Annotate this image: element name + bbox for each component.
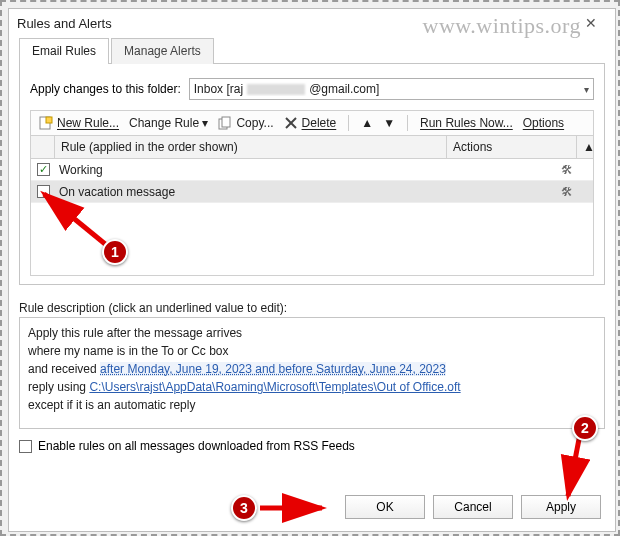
annotation-badge-2: 2: [572, 415, 598, 441]
cancel-button[interactable]: Cancel: [433, 495, 513, 519]
annotation-badge-3: 3: [231, 495, 257, 521]
tab-email-rules[interactable]: Email Rules: [19, 38, 109, 64]
separator: [407, 115, 408, 131]
folder-label: Apply changes to this folder:: [30, 82, 181, 96]
header-actions-col[interactable]: Actions: [447, 136, 577, 158]
move-up-button[interactable]: ▲: [361, 116, 373, 130]
desc-line: Apply this rule after the message arrive…: [28, 324, 596, 342]
rule-action-icon: 🛠: [447, 185, 577, 199]
new-rule-icon: [39, 116, 53, 130]
table-row[interactable]: On vacation message 🛠: [31, 181, 593, 203]
options-button[interactable]: Options: [523, 116, 564, 130]
delete-icon: [284, 116, 298, 130]
folder-value: Inbox [raj@gmail.com]: [194, 82, 584, 96]
copy-icon: [218, 116, 232, 130]
move-down-button[interactable]: ▼: [383, 116, 395, 130]
desc-line: except if it is an automatic reply: [28, 396, 596, 414]
change-rule-button[interactable]: Change Rule ▾: [129, 116, 208, 130]
apply-button[interactable]: Apply: [521, 495, 601, 519]
header-scroll-col: ▲: [577, 136, 593, 158]
copy-rule-button[interactable]: Copy...: [218, 116, 273, 130]
table-row[interactable]: ✓ Working 🛠: [31, 159, 593, 181]
chevron-down-icon[interactable]: ▾: [584, 84, 589, 95]
separator: [348, 115, 349, 131]
tab-manage-alerts[interactable]: Manage Alerts: [111, 38, 214, 64]
svg-rect-3: [222, 117, 230, 127]
desc-line: reply using C:\Users\rajst\AppData\Roami…: [28, 378, 596, 396]
redaction-blur: [247, 84, 305, 95]
rule-name: On vacation message: [55, 185, 447, 199]
folder-row: Apply changes to this folder: Inbox [raj…: [30, 78, 594, 100]
rule-checkbox[interactable]: [37, 185, 50, 198]
grid-header: Rule (applied in the order shown) Action…: [31, 136, 593, 159]
titlebar: Rules and Alerts ✕: [9, 9, 615, 37]
tabs: Email Rules Manage Alerts: [9, 37, 615, 63]
rules-dialog: Rules and Alerts ✕ www.wintips.org Email…: [8, 8, 616, 532]
close-icon[interactable]: ✕: [575, 15, 607, 31]
svg-rect-1: [46, 117, 52, 123]
header-rule-col[interactable]: Rule (applied in the order shown): [55, 136, 447, 158]
template-path-link[interactable]: C:\Users\rajst\AppData\Roaming\Microsoft…: [89, 380, 460, 394]
new-rule-button[interactable]: New Rule...: [39, 116, 119, 130]
desc-line: where my name is in the To or Cc box: [28, 342, 596, 360]
rule-name: Working: [55, 163, 447, 177]
rss-row: Enable rules on all messages downloaded …: [19, 439, 605, 453]
annotation-badge-1: 1: [102, 239, 128, 265]
delete-rule-button[interactable]: Delete: [284, 116, 337, 130]
description-box: Apply this rule after the message arrive…: [19, 317, 605, 429]
rule-toolbar: New Rule... Change Rule ▾ Copy... Delete…: [30, 110, 594, 136]
window-title: Rules and Alerts: [17, 16, 575, 31]
desc-line: and received after Monday, June 19, 2023…: [28, 360, 596, 378]
date-range-link[interactable]: after Monday, June 19, 2023 and before S…: [100, 362, 446, 376]
ok-button[interactable]: OK: [345, 495, 425, 519]
rss-checkbox[interactable]: [19, 440, 32, 453]
rule-action-icon: 🛠: [447, 163, 577, 177]
header-checkbox-col: [31, 136, 55, 158]
dialog-buttons: OK Cancel Apply: [9, 481, 615, 531]
rss-label: Enable rules on all messages downloaded …: [38, 439, 355, 453]
description-label: Rule description (click an underlined va…: [19, 301, 605, 315]
folder-select[interactable]: Inbox [raj@gmail.com] ▾: [189, 78, 594, 100]
rule-checkbox[interactable]: ✓: [37, 163, 50, 176]
run-rules-button[interactable]: Run Rules Now...: [420, 116, 513, 130]
